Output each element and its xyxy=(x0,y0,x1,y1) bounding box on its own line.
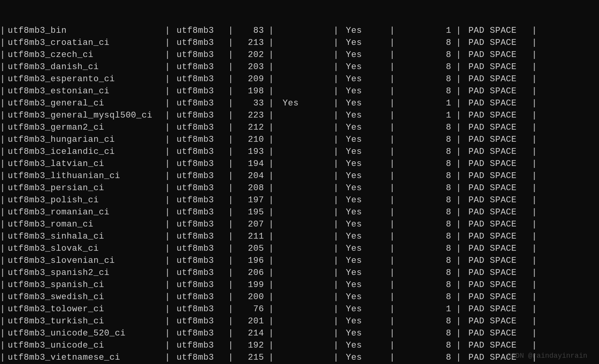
column-separator: | xyxy=(165,170,170,182)
column-separator: | xyxy=(0,170,5,182)
compiled-cell: Yes xyxy=(339,110,390,122)
column-separator: | xyxy=(165,279,170,291)
compiled-cell: Yes xyxy=(339,194,390,207)
compiled-cell: Yes xyxy=(339,316,390,328)
column-separator: | xyxy=(228,182,233,194)
column-separator: | xyxy=(228,194,233,207)
sortlen-cell: 8 xyxy=(395,340,456,352)
collation-cell: utf8mb3_czech_ci xyxy=(5,49,165,61)
column-separator: | xyxy=(390,182,395,194)
id-cell: 203 xyxy=(233,61,269,73)
collation-cell: utf8mb3_spanish_ci xyxy=(5,279,165,291)
id-cell: 205 xyxy=(233,243,269,255)
column-separator: | xyxy=(334,25,339,37)
column-separator: | xyxy=(0,291,5,303)
column-separator: | xyxy=(0,303,5,316)
column-separator: | xyxy=(269,73,274,86)
sortlen-cell: 8 xyxy=(395,243,456,255)
sortlen-cell: 8 xyxy=(395,134,456,146)
sortlen-cell: 8 xyxy=(395,61,456,73)
column-separator: | xyxy=(456,267,461,279)
pad-cell: PAD SPACE xyxy=(461,243,532,255)
column-separator: | xyxy=(390,194,395,207)
column-separator: | xyxy=(165,267,170,279)
column-separator: | xyxy=(0,255,5,267)
id-cell: 83 xyxy=(233,25,269,37)
column-separator: | xyxy=(390,207,395,219)
column-separator: | xyxy=(165,352,170,364)
column-separator: | xyxy=(228,49,233,61)
column-separator: | xyxy=(228,110,233,122)
column-separator: | xyxy=(165,182,170,194)
sortlen-cell: 8 xyxy=(395,219,456,231)
column-separator: | xyxy=(228,279,233,291)
collation-cell: utf8mb3_persian_ci xyxy=(5,182,165,194)
column-separator: | xyxy=(228,243,233,255)
column-separator: | xyxy=(532,182,537,194)
column-separator: | xyxy=(390,61,395,73)
column-separator: | xyxy=(390,231,395,243)
collation-cell: utf8mb3_spanish2_ci xyxy=(5,267,165,279)
column-separator: | xyxy=(165,316,170,328)
collation-cell: utf8mb3_general_ci xyxy=(5,98,165,110)
column-separator: | xyxy=(228,25,233,37)
column-separator: | xyxy=(390,122,395,134)
column-separator: | xyxy=(165,122,170,134)
compiled-cell: Yes xyxy=(339,255,390,267)
collation-cell: utf8mb3_hungarian_ci xyxy=(5,134,165,146)
column-separator: | xyxy=(390,279,395,291)
column-separator: | xyxy=(269,86,274,98)
column-separator: | xyxy=(456,303,461,316)
column-separator: | xyxy=(0,37,5,49)
charset-cell: utf8mb3 xyxy=(170,352,228,364)
pad-cell: PAD SPACE xyxy=(461,328,532,340)
column-separator: | xyxy=(269,49,274,61)
column-separator: | xyxy=(390,73,395,86)
column-separator: | xyxy=(334,316,339,328)
column-separator: | xyxy=(390,158,395,170)
column-separator: | xyxy=(165,86,170,98)
column-separator: | xyxy=(228,86,233,98)
column-separator: | xyxy=(456,98,461,110)
column-separator: | xyxy=(165,219,170,231)
column-separator: | xyxy=(0,340,5,352)
column-separator: | xyxy=(456,291,461,303)
column-separator: | xyxy=(456,170,461,182)
column-separator: | xyxy=(532,303,537,316)
id-cell: 214 xyxy=(233,328,269,340)
charset-cell: utf8mb3 xyxy=(170,86,228,98)
column-separator: | xyxy=(456,207,461,219)
column-separator: | xyxy=(269,207,274,219)
compiled-cell: Yes xyxy=(339,158,390,170)
column-separator: | xyxy=(532,316,537,328)
column-separator: | xyxy=(532,279,537,291)
collation-cell: utf8mb3_slovak_ci xyxy=(5,243,165,255)
id-cell: 192 xyxy=(233,340,269,352)
compiled-cell: Yes xyxy=(339,61,390,73)
column-separator: | xyxy=(390,316,395,328)
charset-cell: utf8mb3 xyxy=(170,207,228,219)
column-separator: | xyxy=(456,182,461,194)
column-separator: | xyxy=(165,158,170,170)
column-separator: | xyxy=(334,98,339,110)
column-separator: | xyxy=(456,25,461,37)
column-separator: | xyxy=(456,279,461,291)
compiled-cell: Yes xyxy=(339,182,390,194)
column-separator: | xyxy=(532,25,537,37)
column-separator: | xyxy=(0,158,5,170)
id-cell: 194 xyxy=(233,158,269,170)
column-separator: | xyxy=(532,110,537,122)
column-separator: | xyxy=(269,110,274,122)
column-separator: | xyxy=(334,267,339,279)
column-separator: | xyxy=(334,37,339,49)
column-separator: | xyxy=(165,291,170,303)
pad-cell: PAD SPACE xyxy=(461,182,532,194)
column-separator: | xyxy=(390,98,395,110)
sortlen-cell: 1 xyxy=(395,98,456,110)
column-separator: | xyxy=(456,73,461,86)
column-separator: | xyxy=(165,340,170,352)
pad-cell: PAD SPACE xyxy=(461,49,532,61)
column-separator: | xyxy=(334,352,339,364)
charset-cell: utf8mb3 xyxy=(170,243,228,255)
sortlen-cell: 8 xyxy=(395,73,456,86)
